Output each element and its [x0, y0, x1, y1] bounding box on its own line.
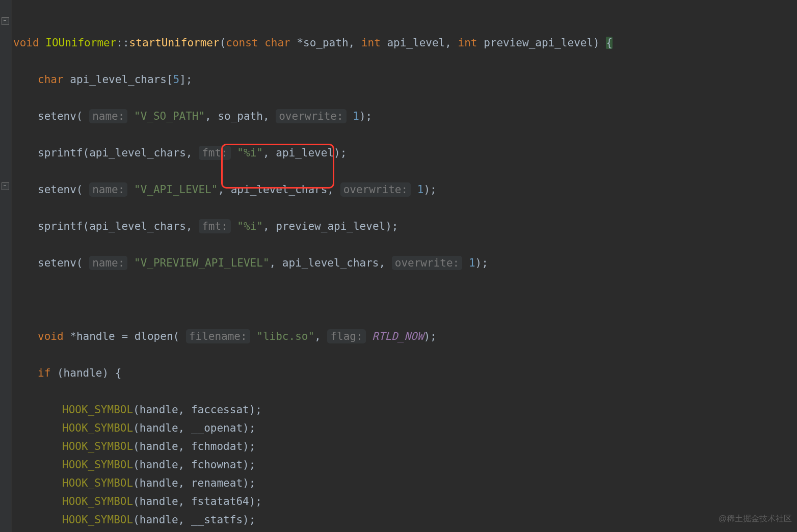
scope-op: ::	[116, 37, 129, 49]
code-line: HOOK_SYMBOL(handle, fchmodat);	[13, 437, 797, 456]
code-editor[interactable]: void IOUniformer::startUniformer(const c…	[13, 0, 797, 532]
code-line: HOOK_SYMBOL(handle, fstatat64);	[13, 492, 797, 511]
code-line: HOOK_SYMBOL(handle, __statfs64);	[13, 529, 797, 532]
class-name: IOUniformer	[45, 37, 116, 49]
code-line: setenv( name: "V_API_LEVEL", api_level_c…	[13, 180, 797, 199]
code-line: sprintf(api_level_chars, fmt: "%i", api_…	[13, 144, 797, 162]
code-line: setenv( name: "V_PREVIEW_API_LEVEL", api…	[13, 254, 797, 272]
code-line	[13, 290, 797, 309]
code-line: HOOK_SYMBOL(handle, fchownat);	[13, 456, 797, 474]
code-line: void IOUniformer::startUniformer(const c…	[13, 34, 797, 52]
code-line: if (handle) {	[13, 364, 797, 382]
code-line: setenv( name: "V_SO_PATH", so_path, over…	[13, 107, 797, 125]
code-line: char api_level_chars[5];	[13, 70, 797, 89]
function-name: startUniformer	[129, 37, 220, 49]
watermark: @稀土掘金技术社区	[719, 510, 792, 528]
code-line: HOOK_SYMBOL(handle, __openat);	[13, 419, 797, 437]
keyword-void: void	[13, 37, 39, 49]
editor-gutter	[0, 0, 12, 532]
fold-icon[interactable]	[2, 182, 9, 190]
code-line: HOOK_SYMBOL(handle, __statfs);	[13, 511, 797, 529]
code-line: sprintf(api_level_chars, fmt: "%i", prev…	[13, 217, 797, 235]
code-line: void *handle = dlopen( filename: "libc.s…	[13, 327, 797, 345]
fold-icon[interactable]	[2, 17, 9, 25]
code-line: HOOK_SYMBOL(handle, faccessat);	[13, 401, 797, 419]
code-line: HOOK_SYMBOL(handle, renameat);	[13, 474, 797, 492]
